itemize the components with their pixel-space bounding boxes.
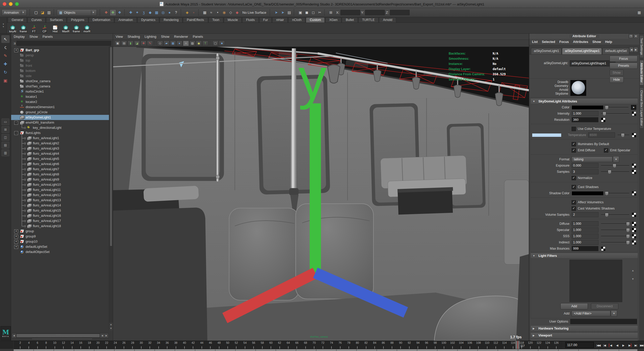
select-curves-icon[interactable]: ʒ: [141, 10, 147, 16]
step-forward-frame-button[interactable]: ▶|: [633, 342, 639, 348]
select-hierarchy-icon[interactable]: ❖: [103, 10, 109, 16]
shelf-button-ft-2[interactable]: FT: [29, 24, 39, 33]
save-scene-icon[interactable]: ▥: [46, 10, 52, 16]
checkbox[interactable]: ✓: [572, 200, 576, 205]
attribute-field[interactable]: 1.000: [572, 240, 598, 245]
textured-toggle-icon[interactable]: T: [202, 41, 208, 46]
range-slider[interactable]: [0, 349, 644, 351]
shelf-tab-deformation[interactable]: Deformation: [89, 17, 114, 23]
map-checker-icon[interactable]: [632, 133, 636, 137]
lighting-toggle-icon[interactable]: ◉: [196, 41, 202, 46]
film-gate-icon[interactable]: ▦: [170, 41, 176, 46]
outliner-horizontal-scrollbar[interactable]: ◀ ◀ ▶: [12, 333, 109, 338]
outliner-item-locator2[interactable]: +locator2: [11, 99, 113, 104]
outliner-item-aiSkyDomeLight1[interactable]: +aiSkyDomeLight1: [11, 115, 113, 120]
outliner-item-envHDRI_transform[interactable]: -envHDRI_transform: [11, 120, 113, 125]
shelf-button-maxr-5[interactable]: MaxR: [61, 24, 71, 33]
user-options-field[interactable]: [570, 319, 637, 324]
coord-z-field[interactable]: [390, 10, 410, 15]
construction-history-icon[interactable]: ▤: [286, 10, 292, 16]
attribute-field[interactable]: 999: [572, 246, 598, 251]
outliner-item-fluro_aiAreaLight9[interactable]: fluro_aiAreaLight9: [11, 177, 113, 182]
outliner-item-fluro_aiAreaLight6[interactable]: fluro_aiAreaLight6: [11, 161, 113, 167]
step-back-frame-button[interactable]: |◀: [602, 342, 608, 348]
attribute-slider[interactable]: [601, 228, 629, 232]
camera-attributes-icon[interactable]: ▤: [121, 41, 127, 46]
ae-tab-aiSkyDomeLightShape1[interactable]: aiSkyDomeLightShape1: [562, 48, 602, 54]
outliner-item-fluro_aiAreaLight2[interactable]: fluro_aiAreaLight2: [11, 141, 113, 146]
map-checker-icon[interactable]: [632, 191, 636, 196]
select-tool-icon[interactable]: ↖: [1, 35, 10, 43]
light-filters-list[interactable]: [569, 260, 622, 302]
ae-menu-focus[interactable]: Focus: [559, 40, 569, 44]
map-checker-icon[interactable]: [632, 228, 636, 232]
scroll-left-icon[interactable]: ◀: [12, 333, 16, 338]
select-rendering-icon[interactable]: ●: [167, 10, 173, 16]
coord-x-field[interactable]: [340, 10, 360, 15]
outliner-item-key_directionalLight[interactable]: key_directionalLight: [11, 125, 113, 130]
outliner-item-shotTwo_camera[interactable]: +shotTwo_camera: [11, 84, 113, 89]
ae-tab-aiSkyDomeLight1[interactable]: aiSkyDomeLight1: [531, 48, 561, 54]
outliner-item-defaultLightSet[interactable]: +defaultLightSet: [11, 244, 113, 249]
ae-menu-help[interactable]: Help: [605, 40, 612, 44]
restore-panel-icon[interactable]: ❐: [629, 34, 633, 38]
go-to-end-button[interactable]: ▶▶|: [639, 342, 644, 348]
shelf-tab-general[interactable]: General: [8, 17, 27, 23]
image-plane-icon[interactable]: ◪: [134, 41, 140, 46]
scale-tool-icon[interactable]: ▣: [1, 77, 10, 84]
attribute-slider[interactable]: [606, 105, 628, 109]
list-down-icon[interactable]: ▼: [632, 278, 634, 280]
panel-drag-handle[interactable]: [32, 339, 92, 340]
checkbox[interactable]: ✓: [572, 176, 576, 180]
shelf-tab-arnold[interactable]: Arnold: [379, 17, 396, 23]
color-swatch[interactable]: [572, 105, 604, 110]
checkbox[interactable]: [572, 127, 576, 131]
outliner-item-fluro_aiAreaLight13[interactable]: fluro_aiAreaLight13: [11, 198, 113, 203]
shelf-tab-ncloth[interactable]: nCloth: [288, 17, 305, 23]
select-by-component-icon[interactable]: ❖: [117, 10, 123, 16]
shelf-tab-bullet[interactable]: Bullet: [342, 17, 358, 23]
show-hide-ui-icon[interactable]: ▦: [636, 10, 642, 16]
viewport-menu-renderer[interactable]: Renderer: [174, 35, 188, 39]
outliner-search-input[interactable]: [17, 41, 111, 46]
outliner-item-side[interactable]: +side: [11, 73, 113, 79]
attribute-slider[interactable]: [601, 213, 629, 217]
focus-button[interactable]: Focus: [610, 56, 638, 62]
ae-tab-defaultLightSet[interactable]: defaultLightSet: [602, 48, 629, 54]
map-checker-icon[interactable]: [632, 213, 636, 217]
shelf-tab-custom[interactable]: Custom: [306, 17, 325, 23]
outliner-item-fluro_aiAreaLight18[interactable]: fluro_aiAreaLight18: [11, 223, 113, 229]
select-surfaces-icon[interactable]: ◆: [147, 10, 153, 16]
outliner-item-fluro_aiAreaLight3[interactable]: fluro_aiAreaLight3: [11, 146, 113, 151]
outliner-item-persp[interactable]: +persp: [11, 53, 113, 58]
make-live-icon[interactable]: ◆: [234, 10, 240, 16]
attribute-field[interactable]: 1.000: [572, 227, 598, 233]
step-forward-key-button[interactable]: ▶: [626, 342, 632, 348]
shelf-button-frame-6[interactable]: frame: [71, 24, 81, 33]
scroll-down-icon[interactable]: ▼: [109, 327, 113, 330]
map-checker-icon[interactable]: [632, 163, 636, 168]
outliner-item-fluro_aiAreaLight11[interactable]: fluro_aiAreaLight11: [11, 187, 113, 192]
ae-menu-list[interactable]: List: [532, 40, 538, 44]
shaded-sphere-icon[interactable]: ●: [176, 41, 182, 46]
viewport-menu-view[interactable]: View: [116, 35, 123, 39]
paint-select-tool-icon[interactable]: ✎: [1, 52, 10, 59]
chevron-down-icon[interactable]: ▼: [613, 156, 619, 162]
disconnect-filter-button[interactable]: Disconnect: [591, 303, 618, 309]
outliner-item-fluro_aiAreaLight12[interactable]: fluro_aiAreaLight12: [11, 192, 113, 198]
shelf-tab-surfaces[interactable]: Surfaces: [46, 17, 66, 23]
grease-pencil-icon[interactable]: ✎: [147, 41, 153, 46]
outliner-item-Bart_grp[interactable]: +Bart_grp: [11, 48, 113, 53]
select-handles-icon[interactable]: ✚: [128, 10, 134, 16]
slider-handle[interactable]: [605, 213, 609, 217]
isolate-select-icon[interactable]: ▢: [212, 41, 218, 46]
expand-icon[interactable]: +: [14, 48, 18, 52]
scroll-right-icon[interactable]: ▶: [104, 333, 108, 338]
shelf-tab-rendering[interactable]: Rendering: [160, 17, 182, 23]
attribute-field[interactable]: 1.000: [572, 111, 598, 116]
move-tool-icon[interactable]: ✚: [1, 60, 10, 68]
attribute-editor-titlebar[interactable]: Attribute Editor ❐✕: [529, 34, 639, 39]
snap-to-curves-icon[interactable]: ≈: [208, 10, 214, 16]
attribute-slider[interactable]: [601, 240, 629, 244]
ae-menu-attributes[interactable]: Attributes: [573, 40, 588, 44]
